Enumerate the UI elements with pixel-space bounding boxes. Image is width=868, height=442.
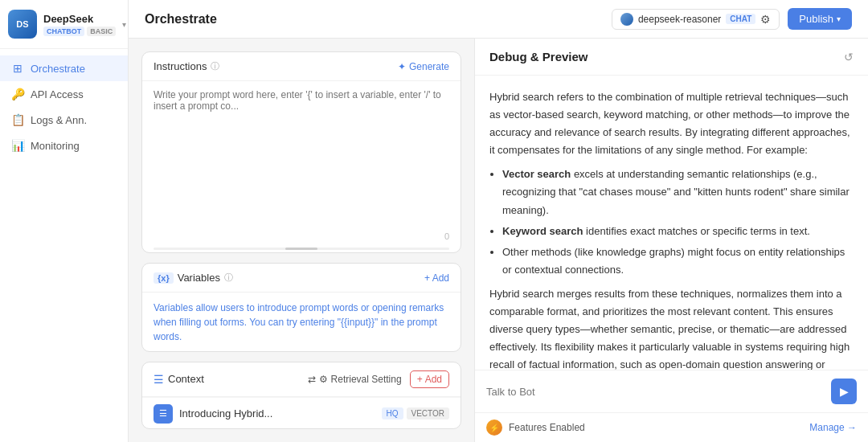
generate-icon: ✦ xyxy=(398,61,406,72)
refresh-icon[interactable]: ↺ xyxy=(844,51,854,63)
model-settings-icon[interactable]: ⚙ xyxy=(760,13,771,26)
right-panel: Debug & Preview ↺ Hybrid search refers t… xyxy=(474,39,868,442)
features-bar: ⚡ Features Enabled Manage → xyxy=(475,412,868,442)
api-access-icon: 🔑 xyxy=(11,88,24,100)
variables-description: Variables allow users to introduce promp… xyxy=(142,293,461,351)
instructions-title: Instructions ⓘ xyxy=(154,60,219,72)
sidebar-nav: ⊞ Orchestrate 🔑 API Access 📋 Logs & Ann.… xyxy=(0,49,128,442)
generate-button[interactable]: ✦ Generate xyxy=(398,61,449,72)
bullet-bold-1: Vector search xyxy=(502,168,571,180)
left-panel: Instructions ⓘ ✦ Generate 0 xyxy=(129,39,474,442)
features-icon: ⚡ xyxy=(486,419,502,436)
model-name: deepseek-reasoner xyxy=(638,14,721,25)
variables-title: {x} Variables ⓘ xyxy=(154,272,233,284)
model-icon xyxy=(620,13,633,26)
scroll-indicator xyxy=(154,248,449,250)
content-area: Instructions ⓘ ✦ Generate 0 xyxy=(129,39,868,442)
sidebar: DS DeepSeek CHATBOT BASIC ▾ ⊞ Orchestrat… xyxy=(0,0,129,442)
retrieval-icon: ⇄ xyxy=(308,374,316,385)
monitoring-icon: 📊 xyxy=(11,139,24,152)
model-selector[interactable]: deepseek-reasoner CHAT ⚙ xyxy=(612,9,780,30)
add-variable-button[interactable]: + Add xyxy=(424,272,449,284)
variables-info-icon[interactable]: ⓘ xyxy=(224,272,233,284)
debug-bullets: Vector search excels at understanding se… xyxy=(502,166,854,279)
context-item-name: Introducing Hybrid... xyxy=(179,407,375,419)
sidebar-item-label: Logs & Ann. xyxy=(31,114,87,126)
sidebar-header: DS DeepSeek CHATBOT BASIC ▾ xyxy=(0,0,128,49)
sidebar-chevron-icon[interactable]: ▾ xyxy=(122,20,126,29)
sidebar-item-label: API Access xyxy=(31,88,84,100)
instructions-textarea[interactable] xyxy=(154,89,449,218)
tag-vector: VECTOR xyxy=(407,407,450,419)
bullet-item-2: Keyword search identifies exact matches … xyxy=(502,223,854,240)
logs-icon: 📋 xyxy=(11,113,24,126)
orchestrate-icon: ⊞ xyxy=(11,62,24,75)
char-count: 0 xyxy=(142,228,461,248)
brand-name: DeepSeek xyxy=(43,13,116,25)
retrieval-setting-button[interactable]: ⇄ ⚙ Retrieval Setting xyxy=(308,374,401,385)
tag-hq: HQ xyxy=(382,407,403,419)
context-actions: ⇄ ⚙ Retrieval Setting + Add xyxy=(308,370,449,388)
sidebar-item-monitoring[interactable]: 📊 Monitoring xyxy=(0,133,128,158)
publish-label: Publish xyxy=(799,13,833,25)
chat-badge: CHAT xyxy=(726,14,755,24)
context-icon: ☰ xyxy=(154,373,164,386)
publish-button[interactable]: Publish ▾ xyxy=(788,8,852,30)
debug-body: Hybrid search refers to the combination … xyxy=(475,76,868,370)
sidebar-item-label: Orchestrate xyxy=(31,63,85,75)
talk-input[interactable] xyxy=(486,386,823,398)
app-logo: DS xyxy=(8,10,37,39)
context-title: ☰ Context xyxy=(154,373,204,386)
variables-card-header: {x} Variables ⓘ + Add xyxy=(142,264,461,293)
add-context-button[interactable]: + Add xyxy=(410,370,449,388)
page-title: Orchestrate xyxy=(145,12,217,27)
instructions-body xyxy=(142,81,461,228)
manage-button[interactable]: Manage → xyxy=(809,422,857,433)
send-icon: ▶ xyxy=(840,385,849,398)
debug-paragraph-2: Hybrid search merges results from these … xyxy=(489,285,854,370)
scroll-thumb xyxy=(285,248,317,250)
sidebar-item-api-access[interactable]: 🔑 API Access xyxy=(0,81,128,107)
variables-card: {x} Variables ⓘ + Add Variables allow us… xyxy=(141,263,461,351)
bullet-item-1: Vector search excels at understanding se… xyxy=(502,166,854,219)
chatbot-badge: CHATBOT xyxy=(43,27,84,36)
instructions-card: Instructions ⓘ ✦ Generate 0 xyxy=(141,51,461,253)
context-item: ☰ Introducing Hybrid... HQ VECTOR xyxy=(142,397,461,430)
debug-title: Debug & Preview xyxy=(489,50,588,63)
sidebar-item-logs[interactable]: 📋 Logs & Ann. xyxy=(0,107,128,133)
sidebar-item-label: Monitoring xyxy=(31,140,80,152)
instructions-card-header: Instructions ⓘ ✦ Generate xyxy=(142,52,461,81)
header-actions: deepseek-reasoner CHAT ⚙ Publish ▾ xyxy=(612,8,852,30)
debug-header: Debug & Preview ↺ xyxy=(475,39,868,76)
add-context-icon: + xyxy=(417,374,423,385)
debug-paragraph-1: Hybrid search refers to the combination … xyxy=(489,88,854,159)
basic-badge: BASIC xyxy=(87,27,116,36)
main-header: Orchestrate deepseek-reasoner CHAT ⚙ Pub… xyxy=(129,0,868,39)
main-area: Orchestrate deepseek-reasoner CHAT ⚙ Pub… xyxy=(129,0,868,442)
publish-chevron-icon: ▾ xyxy=(837,14,841,23)
brand-badges: CHATBOT BASIC xyxy=(43,27,116,36)
bullet-text-3: Other methods (like knowledge graphs) mi… xyxy=(502,246,845,276)
context-card: ☰ Context ⇄ ⚙ Retrieval Setting + Add xyxy=(141,362,461,430)
debug-content: Hybrid search refers to the combination … xyxy=(489,88,854,370)
bullet-text-2: identifies exact matches or specific ter… xyxy=(583,225,810,237)
bullet-item-3: Other methods (like knowledge graphs) mi… xyxy=(502,244,854,279)
instructions-info-icon[interactable]: ⓘ xyxy=(211,60,219,72)
sidebar-item-orchestrate[interactable]: ⊞ Orchestrate xyxy=(0,55,128,81)
brand-info: DeepSeek CHATBOT BASIC xyxy=(43,13,116,36)
bottom-bar: ▶ ⚡ Features Enabled Manage → xyxy=(475,370,868,442)
send-button[interactable]: ▶ xyxy=(831,379,857,404)
context-item-tags: HQ VECTOR xyxy=(382,407,450,419)
features-label: Features Enabled xyxy=(509,422,803,433)
context-item-icon: ☰ xyxy=(154,404,173,424)
context-card-header: ☰ Context ⇄ ⚙ Retrieval Setting + Add xyxy=(142,362,461,397)
talk-input-row: ▶ xyxy=(475,370,868,412)
variables-tag: {x} xyxy=(154,272,174,284)
bullet-bold-2: Keyword search xyxy=(502,225,583,237)
